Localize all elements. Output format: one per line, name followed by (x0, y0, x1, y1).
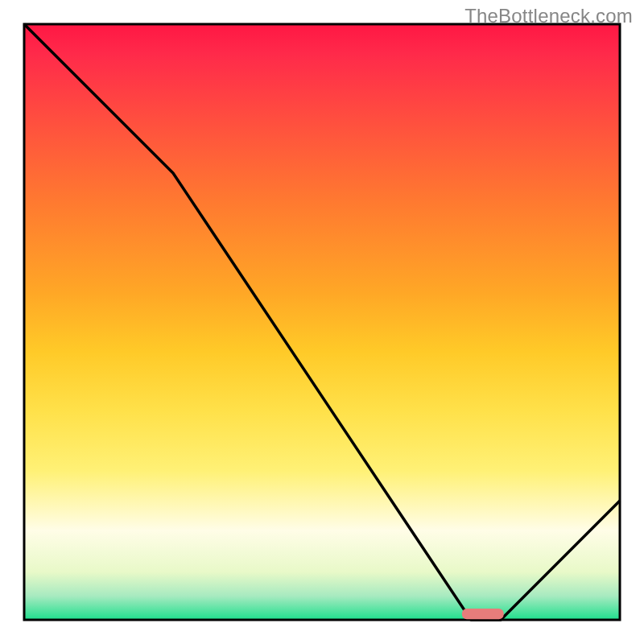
optimal-marker (462, 609, 504, 619)
bottleneck-chart (0, 0, 644, 644)
watermark-text: TheBottleneck.com (464, 5, 633, 27)
